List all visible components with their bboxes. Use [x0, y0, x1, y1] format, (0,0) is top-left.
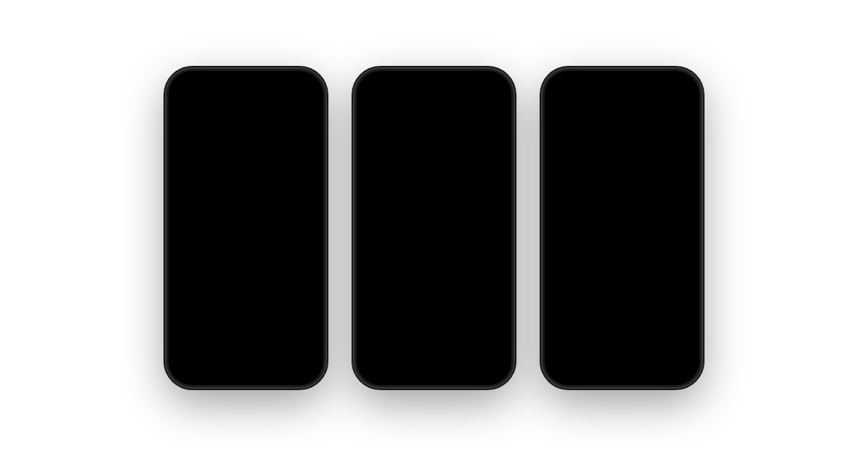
iphone-1: September 11 Tue Cardio Architec... Univ…	[166, 69, 326, 387]
iphone-2: ●●● wifi ● ● 100% ✈	[354, 69, 514, 387]
phones-container: September 11 Tue Cardio Architec... Univ…	[152, 54, 716, 402]
iphone-3: 🎵 iPhone Green Light Lorde 🎵	[542, 69, 702, 387]
